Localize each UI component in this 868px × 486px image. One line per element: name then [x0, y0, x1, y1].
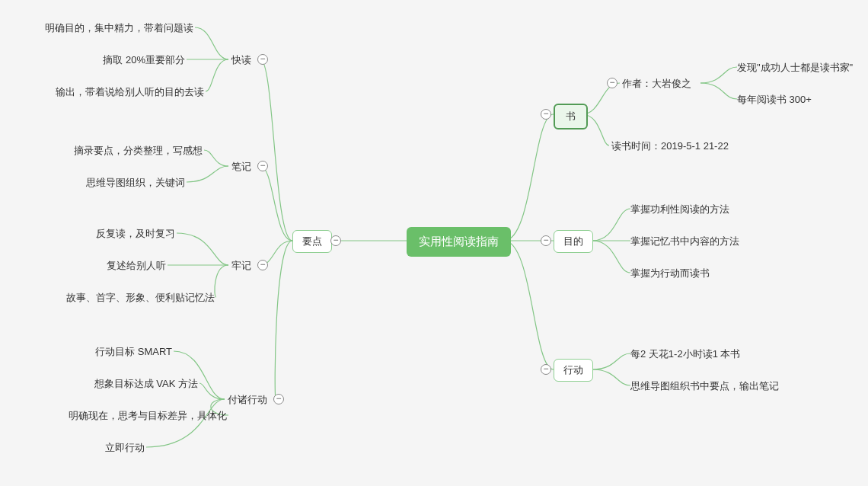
leaf[interactable]: 掌握记忆书中内容的方法 — [630, 235, 739, 248]
leaf-text: 掌握记忆书中内容的方法 — [630, 235, 739, 247]
leaf[interactable]: 想象目标达成 VAK 方法 — [94, 377, 198, 391]
root-node[interactable]: 实用性阅读指南 — [407, 227, 511, 257]
collapse-icon[interactable]: − — [541, 364, 551, 375]
node-label: 牢记 — [231, 260, 251, 271]
leaf-text: 立即行动 — [105, 442, 145, 453]
leaf-text: 明确现在，思考与目标差异，具体化 — [69, 410, 227, 421]
leaf[interactable]: 发现"成功人士都是读书家" — [737, 61, 853, 75]
node-label: 书 — [566, 110, 576, 122]
collapse-icon[interactable]: − — [607, 78, 617, 88]
node-label: 快读 — [231, 54, 251, 66]
node-take-action[interactable]: 付诸行动 — [228, 393, 267, 407]
leaf[interactable]: 掌握功利性阅读的方法 — [630, 203, 729, 216]
node-label: 要点 — [302, 235, 322, 247]
leaf[interactable]: 掌握为行动而读书 — [630, 267, 710, 280]
root-title: 实用性阅读指南 — [419, 235, 499, 248]
leaf-text: 每年阅读书 300+ — [737, 94, 812, 105]
leaf[interactable]: 明确现在，思考与目标差异，具体化 — [69, 409, 227, 423]
mindmap-canvas[interactable]: 实用性阅读指南 要点 − 快读 − 明确目的，集中精力，带着问题读 摘取 20%… — [0, 0, 868, 486]
leaf[interactable]: 反复读，及时复习 — [96, 227, 175, 241]
leaf[interactable]: 立即行动 — [105, 441, 145, 455]
collapse-icon[interactable]: − — [257, 54, 268, 65]
leaf[interactable]: 明确目的，集中精力，带着问题读 — [45, 21, 193, 35]
leaf-text: 读书时间：2019-5-1 21-22 — [611, 140, 729, 152]
leaf-reading-time[interactable]: 读书时间：2019-5-1 21-22 — [611, 139, 729, 153]
leaf-text: 发现"成功人士都是读书家" — [737, 62, 853, 73]
leaf-text: 思维导图组织书中要点，输出笔记 — [630, 380, 779, 392]
leaf-text: 行动目标 SMART — [95, 346, 172, 357]
collapse-icon[interactable]: − — [541, 235, 551, 246]
leaf[interactable]: 每2 天花1-2小时读1 本书 — [630, 347, 740, 361]
node-key-points[interactable]: 要点 — [292, 230, 332, 253]
leaf-text: 每2 天花1-2小时读1 本书 — [630, 348, 740, 360]
node-label: 行动 — [563, 364, 583, 376]
leaf-text: 摘录要点，分类整理，写感想 — [74, 145, 203, 156]
node-fast-read[interactable]: 快读 — [231, 53, 251, 67]
leaf-text: 掌握为行动而读书 — [630, 267, 710, 279]
node-author[interactable]: 作者：大岩俊之 — [622, 77, 691, 91]
leaf[interactable]: 复述给别人听 — [107, 259, 166, 273]
node-remember[interactable]: 牢记 — [231, 259, 251, 273]
collapse-icon[interactable]: − — [541, 109, 551, 120]
collapse-icon[interactable]: − — [330, 235, 341, 246]
leaf[interactable]: 摘取 20%重要部分 — [103, 53, 185, 67]
node-book[interactable]: 书 — [554, 104, 588, 129]
leaf-text: 反复读，及时复习 — [96, 228, 175, 239]
leaf[interactable]: 输出，带着说给别人听的目的去读 — [56, 85, 204, 99]
leaf[interactable]: 故事、首字、形象、便利贴记忆法 — [66, 291, 215, 305]
collapse-icon[interactable]: − — [257, 161, 268, 171]
leaf-text: 掌握功利性阅读的方法 — [630, 203, 729, 215]
leaf[interactable]: 思维导图组织，关键词 — [86, 176, 185, 190]
node-purpose[interactable]: 目的 — [554, 230, 593, 253]
collapse-icon[interactable]: − — [257, 260, 268, 270]
collapse-icon[interactable]: − — [273, 394, 284, 404]
leaf[interactable]: 摘录要点，分类整理，写感想 — [74, 144, 203, 158]
leaf-text: 输出，带着说给别人听的目的去读 — [56, 86, 204, 98]
leaf-text: 思维导图组织，关键词 — [86, 177, 185, 188]
node-action[interactable]: 行动 — [554, 359, 593, 382]
node-label: 笔记 — [231, 161, 251, 172]
leaf[interactable]: 行动目标 SMART — [95, 345, 172, 359]
leaf[interactable]: 每年阅读书 300+ — [737, 93, 812, 107]
leaf-text: 摘取 20%重要部分 — [103, 54, 185, 66]
leaf-text: 故事、首字、形象、便利贴记忆法 — [66, 292, 215, 303]
node-label: 目的 — [563, 235, 583, 247]
node-label: 作者：大岩俊之 — [622, 78, 691, 89]
node-notes[interactable]: 笔记 — [231, 160, 251, 174]
node-label: 付诸行动 — [228, 394, 267, 405]
leaf-text: 想象目标达成 VAK 方法 — [94, 378, 198, 389]
leaf-text: 复述给别人听 — [107, 260, 166, 271]
leaf-text: 明确目的，集中精力，带着问题读 — [45, 22, 193, 34]
leaf[interactable]: 思维导图组织书中要点，输出笔记 — [630, 379, 779, 393]
